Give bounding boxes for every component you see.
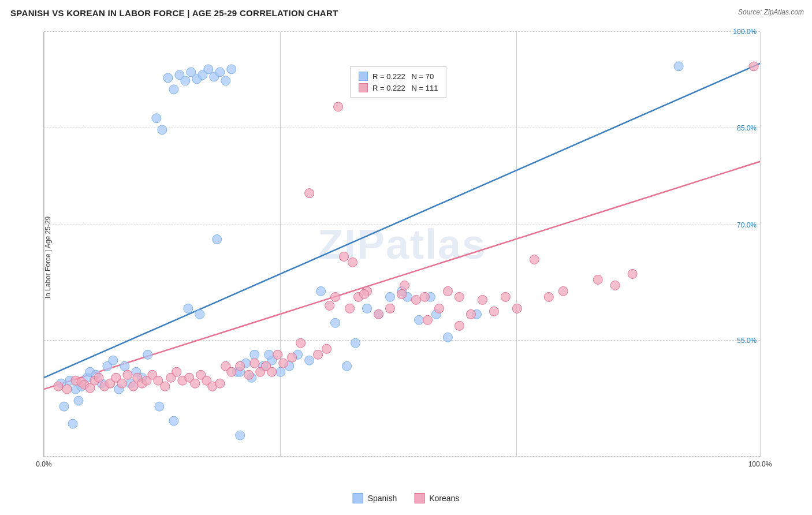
legend-row-pink: R = 0.222 N = 111 (359, 83, 438, 92)
svg-point-117 (386, 304, 395, 313)
svg-point-45 (331, 318, 340, 327)
svg-point-66 (342, 361, 352, 371)
svg-point-101 (250, 359, 259, 368)
svg-point-80 (123, 370, 132, 379)
svg-point-134 (628, 269, 637, 278)
svg-point-68 (54, 382, 63, 391)
svg-point-67 (386, 292, 395, 301)
svg-point-107 (288, 353, 297, 362)
legend-blue-r: R = 0.222 N = 70 (373, 72, 434, 81)
svg-point-132 (593, 275, 602, 284)
chart-area: 100.0% 85.0% 70.0% 55.0% 0.0% 100.0% ZIP… (43, 32, 760, 457)
svg-point-124 (466, 309, 475, 319)
svg-point-125 (478, 295, 487, 304)
svg-point-96 (215, 379, 225, 388)
svg-point-141 (348, 258, 357, 267)
svg-point-98 (227, 367, 236, 376)
svg-point-120 (423, 315, 432, 324)
source-label: Source: ZipAtlas.com (738, 8, 804, 16)
svg-point-116 (374, 309, 383, 319)
koreans-label: Koreans (429, 494, 459, 503)
legend-box: R = 0.222 N = 70 R = 0.222 N = 111 (350, 66, 446, 98)
koreans-swatch (414, 493, 424, 503)
chart-container: SPANISH VS KOREAN IN LABOR FORCE | AGE 2… (0, 0, 812, 515)
svg-point-104 (267, 367, 277, 376)
svg-point-24 (169, 85, 178, 94)
svg-point-121 (434, 304, 444, 313)
svg-point-10 (68, 419, 77, 428)
spanish-swatch (353, 493, 363, 503)
svg-point-137 (360, 289, 369, 298)
svg-point-99 (236, 361, 245, 371)
svg-point-64 (236, 431, 245, 440)
svg-point-8 (74, 396, 83, 405)
svg-point-53 (184, 304, 193, 313)
svg-point-122 (443, 286, 452, 296)
svg-point-131 (558, 286, 568, 296)
svg-point-139 (325, 301, 334, 310)
svg-point-40 (276, 367, 285, 376)
svg-point-54 (195, 309, 204, 319)
svg-point-75 (94, 373, 103, 382)
svg-point-143 (455, 292, 464, 301)
grid-v-100 (760, 32, 761, 457)
svg-point-14 (109, 356, 118, 365)
svg-point-136 (420, 292, 429, 301)
svg-point-32 (215, 68, 225, 77)
svg-point-100 (244, 370, 254, 379)
svg-point-20 (143, 350, 152, 359)
svg-point-26 (181, 76, 190, 85)
svg-point-130 (544, 292, 553, 301)
svg-point-129 (530, 255, 539, 264)
svg-point-109 (305, 189, 314, 198)
svg-point-112 (334, 102, 343, 111)
svg-point-63 (169, 416, 178, 426)
svg-line-0 (44, 64, 760, 378)
svg-point-9 (59, 402, 69, 411)
svg-point-16 (120, 361, 129, 371)
legend-swatch-blue (359, 72, 368, 81)
svg-point-118 (400, 281, 409, 290)
svg-point-46 (351, 338, 360, 348)
svg-point-81 (129, 382, 138, 391)
svg-point-43 (305, 356, 314, 365)
svg-point-127 (501, 292, 510, 301)
svg-point-105 (273, 350, 282, 359)
svg-point-34 (227, 65, 236, 74)
svg-point-138 (331, 292, 340, 301)
bottom-legend: Spanish Koreans (353, 493, 460, 503)
svg-point-58 (674, 62, 683, 71)
svg-point-50 (414, 315, 423, 324)
svg-point-133 (610, 281, 620, 290)
legend-row-blue: R = 0.222 N = 70 (359, 72, 438, 81)
svg-point-44 (316, 286, 326, 296)
svg-point-55 (213, 235, 222, 244)
svg-point-128 (512, 304, 522, 313)
svg-point-65 (265, 350, 274, 359)
legend-pink-r: R = 0.222 N = 111 (373, 84, 438, 92)
svg-point-22 (158, 125, 167, 135)
legend-swatch-pink (359, 83, 368, 92)
svg-point-111 (322, 344, 331, 353)
svg-point-89 (172, 367, 181, 376)
svg-point-142 (397, 289, 407, 298)
svg-point-123 (455, 321, 464, 330)
svg-point-126 (489, 307, 498, 316)
svg-point-47 (363, 304, 372, 313)
svg-point-37 (250, 350, 259, 359)
bottom-legend-spanish: Spanish (353, 493, 397, 503)
bottom-legend-koreans: Koreans (414, 493, 459, 503)
x-tick-100: 100.0% (748, 460, 772, 468)
svg-point-30 (204, 65, 213, 74)
svg-point-113 (345, 304, 355, 313)
svg-point-110 (314, 350, 323, 359)
svg-point-33 (221, 76, 230, 85)
svg-point-69 (62, 385, 72, 394)
chart-title: SPANISH VS KOREAN IN LABOR FORCE | AGE 2… (10, 8, 338, 18)
svg-point-106 (279, 359, 288, 368)
svg-point-60 (155, 402, 164, 411)
svg-point-87 (161, 382, 170, 391)
svg-point-119 (411, 295, 420, 304)
svg-point-21 (152, 114, 161, 123)
svg-point-23 (163, 73, 173, 83)
